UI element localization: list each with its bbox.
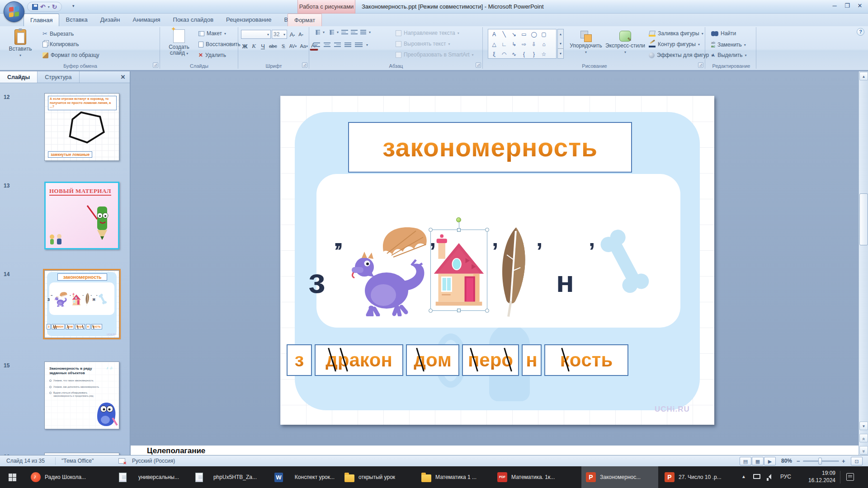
find-button[interactable]: Найти (711, 30, 736, 37)
shapes-gallery-scroll[interactable]: ▲ ▼ ▼ (557, 29, 564, 59)
panel-close-icon[interactable]: ✕ (119, 73, 127, 81)
right-brace-icon[interactable]: } (529, 49, 539, 59)
font-dialog-launcher[interactable]: ◿ (302, 62, 307, 68)
tab-format[interactable]: Формат (288, 14, 322, 27)
contextual-tab-header[interactable]: Работа с рисунками (297, 0, 355, 14)
shape-fill-button[interactable]: Заливка фигуры▾ (649, 30, 703, 37)
replace-button[interactable]: abacЗаменить▾ (711, 41, 746, 48)
italic-button[interactable]: К (250, 42, 258, 51)
rectangle-icon[interactable]: ▭ (519, 29, 529, 39)
align-justify-icon[interactable] (344, 42, 351, 47)
curve-icon[interactable]: ∿ (509, 49, 519, 59)
bullets-icon[interactable] (313, 30, 320, 35)
slide-thumbnail-14-selected[interactable]: закономерность з ’’ ’ ’ ’ н ’ здракондом… (44, 270, 119, 338)
zoom-out-icon[interactable]: − (797, 455, 800, 467)
strikethrough-button[interactable]: abc (268, 42, 278, 51)
decrease-indent-icon[interactable] (341, 30, 348, 35)
taskbar-app-6[interactable]: Математика 1 ... (417, 466, 494, 488)
dragon-image[interactable] (348, 224, 432, 316)
increase-indent-icon[interactable] (351, 30, 358, 35)
zoom-slider[interactable] (803, 460, 839, 462)
display-icon[interactable] (753, 474, 760, 479)
align-text-button[interactable]: Выровнять текст▾ (396, 41, 450, 47)
panel-tab-outline[interactable]: Структура (38, 71, 79, 83)
font-size-combo[interactable]: 32▾ (272, 30, 287, 39)
taskbar-app-5[interactable]: открытый урок (340, 466, 417, 488)
grow-font-button[interactable]: A▴ (288, 30, 297, 39)
character-spacing-button[interactable]: AV▾ (288, 42, 298, 51)
spellcheck-icon[interactable] (118, 458, 125, 464)
start-button[interactable] (5, 470, 20, 484)
rotation-handle[interactable] (456, 217, 461, 222)
save-icon[interactable] (32, 4, 38, 10)
picture-selection-frame[interactable] (430, 230, 487, 311)
align-center-icon[interactable] (324, 42, 330, 47)
slide-thumbnail-13[interactable]: НОВЫЙ МАТЕРИАЛ (44, 182, 119, 249)
oval-icon[interactable]: ◯ (529, 29, 539, 39)
arrow-icon[interactable]: ↘ (509, 29, 519, 39)
taskbar-app-9[interactable]: P27. Число 10 .р... (660, 466, 737, 488)
clipboard-dialog-launcher[interactable]: ◿ (153, 62, 158, 68)
elbow-icon[interactable]: ∟ (499, 39, 509, 49)
word-box-дом[interactable]: дом (406, 344, 459, 376)
scroll-down-icon[interactable]: ▼ (859, 422, 868, 430)
tab-показ-слайдов[interactable]: Показ слайдов (167, 14, 220, 26)
shape-icon[interactable]: ⌂ (539, 39, 549, 49)
slide-thumbnail-12[interactable]: А если отрезки встанут в хоровод, то пол… (44, 93, 119, 161)
word-box-з[interactable]: з (287, 344, 312, 376)
paragraph-dialog-launcher[interactable]: ◿ (476, 62, 481, 68)
left-brace-icon[interactable]: { (519, 49, 529, 59)
scroll-up-icon[interactable]: ▲ (859, 72, 868, 80)
rebus-letter-z[interactable]: з (308, 264, 326, 298)
shape-effects-button[interactable]: Эффекты для фигур▾ (649, 52, 713, 58)
restore-button[interactable]: ❐ (842, 1, 853, 11)
line-icon[interactable]: ╲ (499, 29, 509, 39)
copy-button[interactable]: Копировать (42, 41, 79, 47)
line-spacing-icon[interactable] (360, 30, 366, 35)
triangle-icon[interactable]: △ (489, 39, 499, 49)
word-box-дракон[interactable]: дракон (315, 344, 403, 376)
taskbar-app-8[interactable]: PЗакономернос... (581, 466, 658, 488)
slideshow-button[interactable]: ▶ (764, 457, 776, 465)
zoom-in-icon[interactable]: + (842, 455, 845, 467)
format-painter-button[interactable]: Формат по образцу (42, 52, 99, 58)
notes-pane[interactable]: Целеполагание (131, 445, 859, 455)
shadow-button[interactable]: S (279, 42, 288, 51)
text-box-icon[interactable]: A (489, 29, 499, 39)
align-right-icon[interactable] (334, 42, 341, 47)
align-left-icon[interactable] (313, 42, 320, 47)
panel-tab-slides[interactable]: Слайды (0, 71, 38, 83)
slide-title-box[interactable]: закономерность (348, 122, 632, 173)
shrink-font-button[interactable]: A▾ (297, 30, 305, 39)
zoom-slider-thumb[interactable] (818, 458, 822, 465)
slide-thumbnail-15[interactable]: Закономерность в ряду заданных объектов … (44, 361, 119, 429)
rebus-letter-n[interactable]: н (556, 267, 574, 296)
star-icon[interactable]: ☆ (539, 49, 549, 59)
undo-dropdown-icon[interactable]: ▾ (48, 5, 50, 9)
feather-image[interactable] (495, 224, 531, 319)
shapes-gallery[interactable]: A╲↘▭◯▢△∟↳⇨⇩⌂ξ◠∿{}☆ (488, 29, 557, 59)
tab-дизайн[interactable]: Дизайн (94, 14, 127, 26)
undo-icon[interactable]: ↶ (40, 4, 46, 10)
taskbar-app-2[interactable]: универсальны... (107, 466, 184, 488)
tab-анимация[interactable]: Анимация (127, 14, 167, 26)
language-tray[interactable]: РУС (780, 474, 791, 480)
bold-button[interactable]: Ж (241, 42, 249, 51)
rounded-rectangle-icon[interactable]: ▢ (539, 29, 549, 39)
drawing-dialog-launcher[interactable]: ◿ (698, 62, 703, 68)
tray-expand-icon[interactable]: ▲ (741, 474, 746, 479)
layout-button[interactable]: Макет▾ (198, 30, 226, 37)
volume-icon[interactable] (769, 474, 771, 479)
taskbar-app-7[interactable]: PDFМатематика. 1к... (493, 466, 570, 488)
slide-sorter-button[interactable]: ▦ (752, 457, 764, 465)
help-button[interactable]: ? (857, 28, 864, 36)
word-box-перо[interactable]: перо (462, 344, 519, 376)
down-arrow-icon[interactable]: ⇩ (529, 39, 539, 49)
quick-styles-button[interactable]: Экспресс-стили▾ (604, 31, 646, 55)
elbow-arrow-icon[interactable]: ↳ (509, 39, 519, 49)
house-image[interactable] (431, 230, 486, 310)
word-box-кость[interactable]: кость (544, 344, 628, 376)
shape-outline-button[interactable]: Контур фигуры▾ (649, 41, 700, 47)
paste-button[interactable]: Вставить▾ (6, 29, 34, 58)
numbering-icon[interactable] (327, 30, 334, 35)
